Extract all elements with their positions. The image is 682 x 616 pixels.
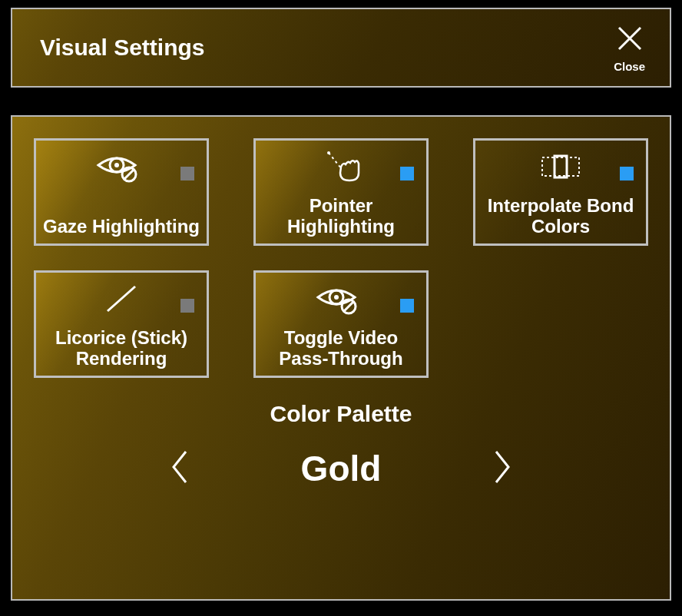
svg-rect-6 xyxy=(542,157,579,176)
tile-licorice-rendering[interactable]: Licorice (Stick) Rendering xyxy=(34,270,209,378)
tile-pointer-highlighting[interactable]: Pointer Highlighting xyxy=(253,138,429,246)
toggle-indicator xyxy=(620,167,634,180)
chevron-left-icon xyxy=(169,449,190,488)
palette-next-button[interactable] xyxy=(487,445,518,492)
color-palette-value: Gold xyxy=(287,448,395,489)
toggle-indicator xyxy=(180,299,194,313)
chevron-right-icon xyxy=(492,449,513,488)
main-panel: Gaze Highlighting Pointer Highlighting xyxy=(11,115,671,601)
tile-interpolate-bond-colors[interactable]: Interpolate Bond Colors xyxy=(473,138,648,246)
svg-rect-7 xyxy=(555,156,567,177)
tile-label: Licorice (Stick) Rendering xyxy=(41,327,202,369)
tile-video-passthrough[interactable]: Toggle Video Pass-Through xyxy=(253,270,429,378)
color-palette-heading: Color Palette xyxy=(32,401,650,427)
tile-label: Gaze Highlighting xyxy=(43,216,200,237)
toggle-indicator xyxy=(400,167,414,180)
close-button[interactable]: Close xyxy=(614,23,645,73)
svg-line-8 xyxy=(108,286,135,311)
tile-label: Interpolate Bond Colors xyxy=(480,195,641,237)
bond-box-icon xyxy=(533,148,588,185)
panel-title: Visual Settings xyxy=(40,35,205,61)
toggle-indicator xyxy=(400,299,414,313)
tile-gaze-highlighting[interactable]: Gaze Highlighting xyxy=(34,138,209,246)
svg-point-1 xyxy=(114,163,119,167)
svg-point-10 xyxy=(334,295,339,300)
eye-off-icon xyxy=(94,148,149,185)
toggle-indicator xyxy=(180,167,194,180)
color-palette-section: Color Palette Gold xyxy=(32,401,650,492)
stick-line-icon xyxy=(94,280,149,317)
eye-off-icon xyxy=(313,280,369,317)
header-panel: Visual Settings Close xyxy=(11,8,671,88)
color-palette-selector: Gold xyxy=(32,445,650,492)
tile-label: Toggle Video Pass-Through xyxy=(260,327,422,369)
pointer-hand-icon xyxy=(313,148,369,185)
tile-label: Pointer Highlighting xyxy=(260,195,422,237)
svg-line-4 xyxy=(329,153,341,168)
tile-grid: Gaze Highlighting Pointer Highlighting xyxy=(32,138,650,378)
close-icon xyxy=(614,23,645,57)
svg-point-5 xyxy=(327,151,330,154)
palette-prev-button[interactable] xyxy=(164,445,195,492)
close-label: Close xyxy=(614,60,645,73)
